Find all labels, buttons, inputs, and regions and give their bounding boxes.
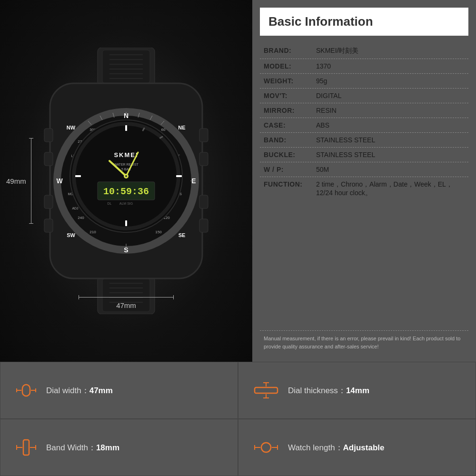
svg-rect-20 — [199, 129, 208, 142]
svg-text:SKMEI: SKMEI — [114, 151, 138, 159]
svg-text:150: 150 — [155, 230, 162, 234]
spec-label: CASE: — [264, 121, 316, 129]
spec-row: BAND:STAINLESS STEEL — [260, 133, 468, 148]
spec-value: 2 time，Chrono，Alarm，Date，Week，EL，12/24 h… — [316, 180, 465, 198]
band-width-icon — [15, 438, 38, 457]
spec-row: FUNCTION:2 time，Chrono，Alarm，Date，Week，E… — [260, 177, 468, 201]
info-panel: Basic Information BRAND:SKMEI/时刻美MODEL:1… — [252, 0, 476, 362]
svg-text:ALM SIG: ALM SIG — [119, 202, 133, 205]
svg-rect-63 — [125, 220, 127, 226]
svg-rect-62 — [125, 125, 127, 131]
svg-text:SW: SW — [67, 232, 75, 238]
dial-width-icon — [15, 381, 38, 400]
svg-text:NW: NW — [67, 125, 76, 130]
spec-label: W / P: — [264, 166, 316, 173]
svg-text:60: 60 — [161, 128, 166, 132]
svg-rect-19 — [44, 219, 53, 232]
svg-rect-21 — [199, 152, 208, 166]
dial-width-text: Dial width：47mm — [46, 385, 113, 396]
spec-label: MODEL: — [264, 62, 316, 70]
svg-rect-79 — [22, 385, 30, 396]
watch-length-value: Adjustable — [343, 443, 385, 452]
svg-point-94 — [261, 443, 271, 452]
dial-thickness-value: 14mm — [346, 386, 369, 395]
svg-rect-89 — [23, 440, 29, 455]
main-area: N S E W NE NW SE SW 00 30 60 330 — [0, 0, 476, 362]
svg-text:NE: NE — [178, 125, 185, 130]
spec-row: CASE:ABS — [260, 118, 468, 133]
svg-text:DL: DL — [108, 202, 112, 205]
spec-row: BRAND:SKMEI/时刻美 — [260, 43, 468, 59]
watch-image: N S E W NE NW SE SW 00 30 60 330 — [36, 48, 217, 314]
spec-value: STAINLESS STEEL — [316, 136, 465, 144]
dial-thickness-text: Dial thickness：14mm — [288, 385, 369, 396]
svg-rect-22 — [199, 195, 208, 208]
svg-text:10:59:36: 10:59:36 — [103, 186, 149, 197]
svg-rect-16 — [44, 129, 53, 142]
dimension-width-label: 47mm — [79, 297, 174, 309]
bottom-bar: Dial width：47mm Dial thickness：14mm — [0, 362, 476, 476]
spec-row: MODEL:1370 — [260, 59, 468, 74]
spec-label: WEIGHT: — [264, 77, 316, 85]
svg-rect-65 — [176, 175, 182, 177]
spec-cell-band-width: Band Width：18mm — [0, 419, 238, 476]
spec-label: BUCKLE: — [264, 151, 316, 159]
svg-text:ADJ: ADJ — [72, 207, 78, 210]
svg-text:210: 210 — [89, 230, 96, 234]
svg-rect-64 — [75, 175, 81, 177]
band-width-value: 18mm — [96, 443, 119, 452]
spec-value: DIGITAL — [316, 92, 465, 99]
svg-rect-23 — [199, 219, 208, 232]
spec-row: MIRROR:RESIN — [260, 103, 468, 118]
spec-row: BUCKLE:STAINLESS STEEL — [260, 148, 468, 162]
spec-row: MOV'T:DIGITAL — [260, 89, 468, 103]
spec-label: MOV'T: — [264, 92, 316, 99]
dimension-height-label: 49mm — [31, 138, 31, 224]
spec-value: 50M — [316, 166, 465, 173]
spec-row: WEIGHT:95g — [260, 74, 468, 89]
svg-rect-18 — [44, 195, 53, 208]
spec-note: Manual measurement, if there is an error… — [260, 330, 468, 354]
svg-point-74 — [125, 175, 127, 177]
svg-text:240: 240 — [78, 216, 84, 220]
spec-label: MIRROR: — [264, 107, 316, 114]
spec-row: W / P:50M — [260, 162, 468, 177]
spec-label: BRAND: — [264, 47, 316, 54]
spec-label: FUNCTION: — [264, 180, 316, 188]
bottom-row-2: Band Width：18mm Watch length：Adjustable — [0, 419, 476, 476]
watch-container: N S E W NE NW SE SW 00 30 60 330 — [26, 33, 226, 328]
spec-table: BRAND:SKMEI/时刻美MODEL:1370WEIGHT:95gMOV'T… — [260, 43, 468, 326]
spec-value: ABS — [316, 121, 465, 129]
spec-value: 1370 — [316, 62, 465, 70]
spec-cell-dial-thickness: Dial thickness：14mm — [238, 362, 476, 419]
info-title-box: Basic Information — [260, 8, 468, 36]
svg-rect-84 — [255, 387, 278, 393]
spec-label: BAND: — [264, 136, 316, 144]
spec-value: SKMEI/时刻美 — [316, 47, 465, 55]
bottom-row-1: Dial width：47mm Dial thickness：14mm — [0, 362, 476, 419]
svg-text:SE: SE — [178, 232, 186, 238]
dial-width-value: 47mm — [89, 386, 113, 395]
spec-cell-watch-length: Watch length：Adjustable — [238, 419, 476, 476]
spec-value: 95g — [316, 77, 465, 85]
watch-length-icon — [253, 438, 279, 457]
spec-cell-dial-width: Dial width：47mm — [0, 362, 238, 419]
svg-text:WATER RESIST: WATER RESIST — [114, 163, 139, 166]
watch-length-text: Watch length：Adjustable — [288, 442, 385, 453]
info-title: Basic Information — [268, 14, 373, 29]
spec-value: RESIN — [316, 107, 465, 114]
watch-area: N S E W NE NW SE SW 00 30 60 330 — [0, 0, 252, 362]
svg-rect-17 — [44, 152, 53, 166]
dial-thickness-icon — [253, 381, 279, 400]
band-width-text: Band Width：18mm — [46, 442, 119, 453]
spec-value: STAINLESS STEEL — [316, 151, 465, 159]
